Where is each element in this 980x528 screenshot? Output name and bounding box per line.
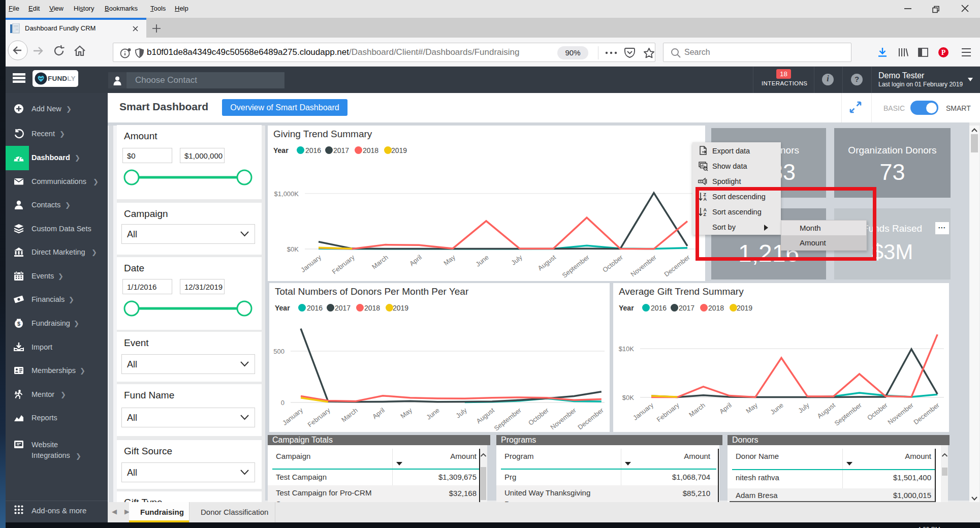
svg-text:0: 0 <box>281 399 284 407</box>
svg-text:November: November <box>629 253 658 278</box>
svg-text:April: April <box>371 406 386 420</box>
svg-text:$: $ <box>17 321 20 327</box>
svg-text:June: June <box>474 254 490 268</box>
svg-text:November: November <box>549 406 578 431</box>
svg-text:November: November <box>886 401 915 426</box>
svg-text:August: August <box>475 406 496 425</box>
svg-text:September: September <box>833 401 863 427</box>
svg-text:April: April <box>718 401 733 415</box>
svg-text:500: 500 <box>273 348 284 355</box>
svg-text:October: October <box>601 253 624 274</box>
svg-text:July: July <box>510 253 524 266</box>
svg-text:March: March <box>687 401 707 419</box>
svg-text:June: June <box>769 401 784 416</box>
svg-text:February: February <box>655 401 681 423</box>
svg-text:September: September <box>492 406 523 432</box>
svg-text:$0K: $0K <box>287 245 299 253</box>
svg-text:May: May <box>399 406 414 420</box>
svg-text:April: April <box>408 253 423 267</box>
svg-text:July: July <box>454 406 468 419</box>
svg-text:July: July <box>797 401 811 414</box>
svg-text:February: February <box>331 253 357 275</box>
svg-text:$10K: $10K <box>619 345 635 353</box>
svg-text:March: March <box>370 254 390 271</box>
svg-text:May: May <box>744 401 759 415</box>
svg-text:August: August <box>536 253 557 272</box>
svg-text:$0K: $0K <box>622 394 634 401</box>
svg-text:$1,000K: $1,000K <box>274 190 299 198</box>
svg-text:October: October <box>527 406 550 427</box>
svg-text:January: January <box>631 401 655 422</box>
svg-text:October: October <box>866 401 889 422</box>
svg-text:March: March <box>340 407 359 424</box>
svg-text:September: September <box>560 253 591 279</box>
svg-text:December: December <box>576 406 605 431</box>
svg-text:February: February <box>306 406 332 428</box>
svg-text:December: December <box>662 253 691 278</box>
svg-text:P: P <box>941 49 946 56</box>
svg-text:June: June <box>425 407 440 421</box>
svg-text:May: May <box>442 253 457 267</box>
svg-text:December: December <box>912 401 941 426</box>
svg-text:January: January <box>299 253 323 274</box>
svg-text:January: January <box>281 406 304 427</box>
svg-text:August: August <box>816 401 837 420</box>
